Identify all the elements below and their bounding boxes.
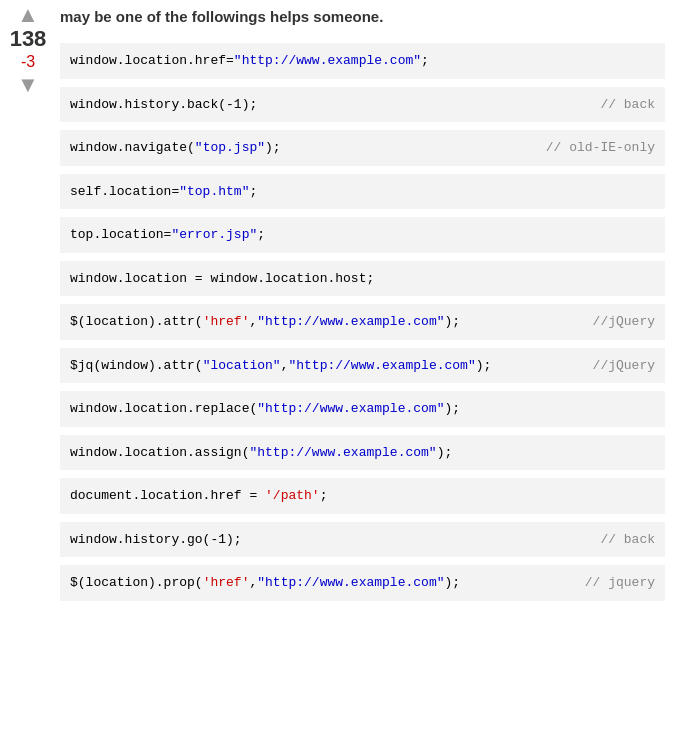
code-comment: // jquery xyxy=(585,573,655,593)
code-text: top.location="error.jsp"; xyxy=(70,225,265,245)
code-text: window.history.go(-1); xyxy=(70,530,242,550)
code-text: window.location.href="http://www.example… xyxy=(70,51,429,71)
code-block: window.history.back(-1);// back xyxy=(60,87,665,123)
vote-count: 138 xyxy=(10,26,47,52)
code-block: document.location.href = '/path'; xyxy=(60,478,665,514)
code-block: $jq(window).attr("location","http://www.… xyxy=(60,348,665,384)
code-text: $(location).attr('href',"http://www.exam… xyxy=(70,312,460,332)
code-comment: // old-IE-only xyxy=(546,138,655,158)
code-block: top.location="error.jsp"; xyxy=(60,217,665,253)
code-block: self.location="top.htm"; xyxy=(60,174,665,210)
code-comment: // back xyxy=(600,95,655,115)
code-block: window.location = window.location.host; xyxy=(60,261,665,297)
code-text: $jq(window).attr("location","http://www.… xyxy=(70,356,491,376)
vote-up-button[interactable]: ▲ xyxy=(17,4,39,26)
code-text: self.location="top.htm"; xyxy=(70,182,257,202)
code-comment: //jQuery xyxy=(593,356,655,376)
vote-count-neg: -3 xyxy=(21,52,35,71)
code-text: window.location.replace("http://www.exam… xyxy=(70,399,460,419)
code-block: window.navigate("top.jsp");// old-IE-onl… xyxy=(60,130,665,166)
code-block: window.location.replace("http://www.exam… xyxy=(60,391,665,427)
answer-heading: may be one of the followings helps someo… xyxy=(60,0,665,37)
code-text: $(location).prop('href',"http://www.exam… xyxy=(70,573,460,593)
code-text: window.location = window.location.host; xyxy=(70,269,374,289)
code-text: window.navigate("top.jsp"); xyxy=(70,138,281,158)
code-text: window.location.assign("http://www.examp… xyxy=(70,443,452,463)
code-text: window.history.back(-1); xyxy=(70,95,257,115)
code-comment: // back xyxy=(600,530,655,550)
code-list: window.location.href="http://www.example… xyxy=(60,37,665,601)
vote-down-button[interactable]: ▼ xyxy=(17,74,39,96)
code-block: $(location).attr('href',"http://www.exam… xyxy=(60,304,665,340)
code-block: $(location).prop('href',"http://www.exam… xyxy=(60,565,665,601)
code-comment: //jQuery xyxy=(593,312,655,332)
code-block: window.location.href="http://www.example… xyxy=(60,43,665,79)
code-text: document.location.href = '/path'; xyxy=(70,486,327,506)
code-block: window.history.go(-1);// back xyxy=(60,522,665,558)
code-block: window.location.assign("http://www.examp… xyxy=(60,435,665,471)
